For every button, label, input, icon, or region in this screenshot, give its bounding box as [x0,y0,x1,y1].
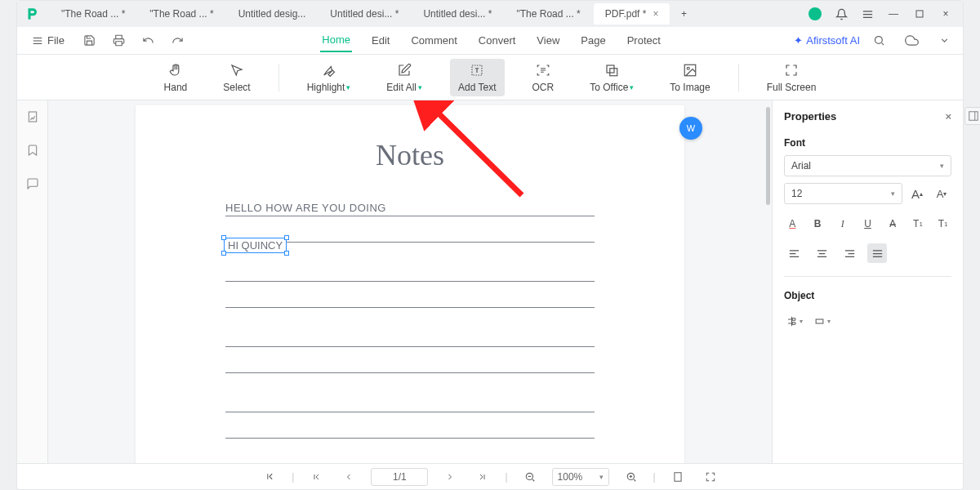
close-panel-icon[interactable]: × [945,110,951,122]
fit-width-icon[interactable] [700,466,721,488]
properties-title: Properties [784,110,836,122]
select-label: Select [223,82,250,93]
caret-icon: ▾ [346,83,350,91]
highlight-tool[interactable]: Highlight▾ [299,59,359,96]
print-icon[interactable] [109,30,130,51]
menu-convert[interactable]: Convert [477,29,518,51]
tab-6[interactable]: PDF.pdf * × [594,3,670,24]
file-label: File [47,34,65,47]
prev-page-icon[interactable] [338,466,359,488]
font-color-icon[interactable]: A [784,214,801,234]
svg-rect-13 [675,472,681,481]
menu-edit[interactable]: Edit [370,29,391,51]
hand-label: Hand [164,82,188,93]
page-number-input[interactable]: 1/1 [371,468,428,486]
chevron-down-icon[interactable] [933,30,955,51]
cloud-icon[interactable] [901,30,922,51]
tab-0[interactable]: "The Road ... * [50,3,136,24]
hamburger-icon[interactable] [855,2,880,26]
zoom-in-icon[interactable] [621,466,642,488]
resize-handle[interactable] [221,251,226,256]
caret-icon: ▾ [418,83,422,91]
underline-icon[interactable]: U [859,214,876,234]
first-icon[interactable] [305,466,327,488]
fullscreen-icon [783,62,800,78]
font-increase-icon[interactable]: A▴ [907,184,927,203]
bookmark-icon[interactable] [26,144,39,159]
fit-page-icon[interactable] [667,466,688,488]
text-line [225,262,595,282]
font-size-value: 12 [791,188,802,199]
close-icon[interactable]: × [653,8,658,20]
caret-icon: ▾ [891,189,895,198]
object-align-icon[interactable]: ▾ [784,311,804,331]
align-center-icon[interactable] [812,243,831,263]
to-image-label: To Image [670,82,710,93]
font-family-select[interactable]: Arial ▾ [784,155,951,176]
menu-icon [32,35,43,47]
new-tab-button[interactable]: + [671,2,696,26]
text-edit-box[interactable]: HI QUINCY [224,238,287,253]
zoom-select[interactable]: 100%▾ [552,468,609,486]
last-icon[interactable] [472,466,493,488]
resize-handle[interactable] [221,235,226,240]
file-menu[interactable]: File [25,31,71,50]
save-icon[interactable] [79,30,100,51]
add-text-tool[interactable]: Add Text [450,59,504,96]
resize-handle[interactable] [284,251,289,256]
window-minimize-button[interactable]: — [881,2,906,26]
document-page: W Notes HELLO HOW ARE YOU DOING HI QUINC… [136,105,684,463]
font-size-select[interactable]: 12 ▾ [784,183,902,204]
redo-icon[interactable] [167,30,189,51]
bold-icon[interactable]: B [809,214,826,234]
window-maximize-button[interactable] [907,2,932,26]
thumbnails-icon[interactable] [26,110,39,126]
tab-3[interactable]: Untitled desi... * [318,3,410,24]
italic-icon[interactable]: I [834,214,851,234]
undo-icon[interactable] [138,30,159,51]
select-tool[interactable]: Select [215,59,258,96]
to-office-tool[interactable]: To Office▾ [581,59,642,96]
fullscreen-label: Full Screen [767,82,817,93]
resize-handle[interactable] [284,235,289,240]
svg-rect-3 [607,65,614,73]
superscript-icon[interactable]: T1 [910,214,927,234]
tab-2[interactable]: Untitled desig... [227,3,318,24]
subscript-icon[interactable]: T1 [934,214,951,234]
office-icon [604,62,620,78]
object-distribute-icon[interactable]: ▾ [812,311,831,331]
align-right-icon[interactable] [840,243,859,263]
align-left-icon[interactable] [784,243,804,263]
zoom-out-icon[interactable] [519,466,541,488]
align-justify-icon[interactable] [867,243,887,263]
to-office-label: To Office [590,82,628,93]
hand-tool[interactable]: Hand [156,59,196,96]
scrollbar[interactable] [766,107,770,205]
tab-4[interactable]: Untitled desi... * [412,3,503,24]
to-image-tool[interactable]: To Image [662,59,718,96]
menu-comment[interactable]: Comment [409,29,458,51]
window-close-button[interactable]: × [933,2,958,26]
text-line-1: HELLO HOW ARE YOU DOING [225,197,595,216]
strikethrough-icon[interactable]: A̶ [884,214,902,234]
next-page-icon[interactable] [439,466,461,488]
bell-icon[interactable] [829,2,853,26]
menu-view[interactable]: View [535,29,561,51]
comments-icon[interactable] [26,177,39,193]
tab-5[interactable]: "The Road ... * [505,3,591,24]
edit-all-tool[interactable]: Edit All▾ [378,59,430,96]
font-decrease-icon[interactable]: A▾ [932,184,951,203]
search-icon[interactable] [868,30,889,51]
svg-rect-4 [610,68,617,75]
menu-home[interactable]: Home [320,29,352,52]
menu-protect[interactable]: Protect [626,29,662,51]
text-line [225,419,595,439]
fullscreen-tool[interactable]: Full Screen [759,59,825,96]
ocr-tool[interactable]: OCR [524,59,563,96]
menu-page[interactable]: Page [579,29,607,51]
first-page-icon[interactable] [259,466,280,488]
tab-1[interactable]: "The Road ... * [138,3,225,24]
ai-link[interactable]: ✦ Afirstsoft AI [794,34,860,47]
word-badge-icon[interactable]: W [679,117,702,140]
panel-toggle-icon[interactable] [964,107,980,125]
